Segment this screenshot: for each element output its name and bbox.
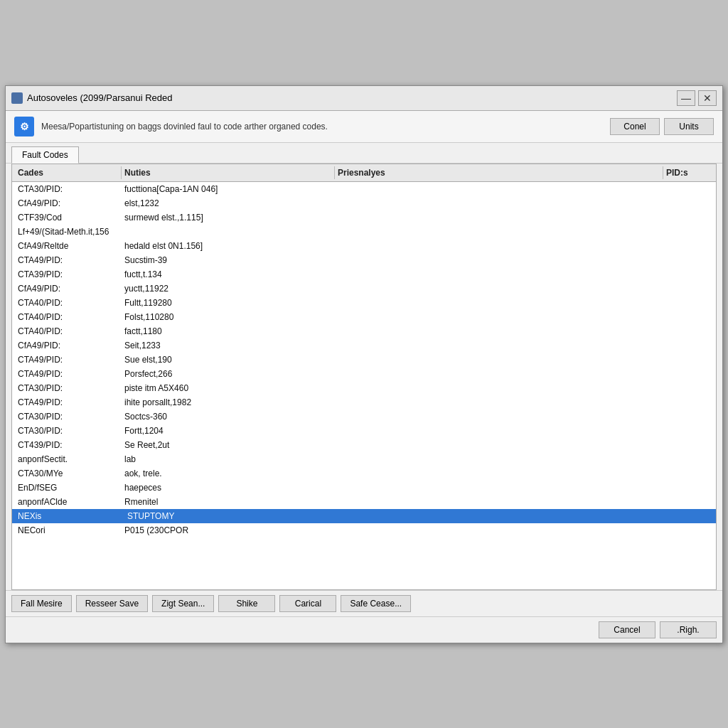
cell-pid xyxy=(663,345,713,346)
table-row[interactable]: CfA49/Reltdehedald elst 0N1.156] xyxy=(12,239,716,253)
cell-analysis xyxy=(335,359,663,360)
cell-desc: lab xyxy=(122,454,335,465)
cell-desc: Folst,110280 xyxy=(122,311,335,323)
cell-code: anponfSectit. xyxy=(15,454,122,465)
cell-analysis xyxy=(335,217,663,218)
header-icon: ⚙ xyxy=(14,117,34,136)
safe-cease-button[interactable]: Safe Cease... xyxy=(341,595,411,612)
shike-button[interactable]: Shike xyxy=(218,595,275,612)
cell-code: CTF39/Cod xyxy=(15,212,122,223)
cell-desc: yuctt,11922 xyxy=(122,283,335,294)
fall-mesire-button[interactable]: Fall Mesire xyxy=(11,595,72,612)
cell-code: CTA40/PID: xyxy=(15,311,122,323)
cell-analysis xyxy=(335,473,663,474)
cell-pid xyxy=(663,515,713,517)
table-row[interactable]: CTA40/PID:factt,1180 xyxy=(12,324,716,338)
table-row[interactable]: CTA49/PID:ihite porsallt,1982 xyxy=(12,395,716,410)
cell-analysis xyxy=(335,459,663,460)
table-row[interactable]: CTA30/PID:piste itm A5X460 xyxy=(12,381,716,395)
cell-desc: hedald elst 0N1.156] xyxy=(122,240,335,252)
zigt-sean-button[interactable]: Zigt Sean... xyxy=(152,595,214,612)
table-row[interactable]: CfA49/PID:yuctt,11922 xyxy=(12,282,716,296)
cell-analysis xyxy=(335,530,663,531)
table-row[interactable]: NEXisSTUPTOMY xyxy=(12,509,716,523)
cell-analysis xyxy=(335,231,663,232)
cancel-button[interactable]: Cancel xyxy=(599,621,655,638)
carical-button[interactable]: Carical xyxy=(279,595,336,612)
cell-code: CTA49/PID: xyxy=(15,397,122,408)
table-row[interactable]: CTA39/PID:fuctt,t.134 xyxy=(12,267,716,282)
cell-analysis xyxy=(335,430,663,432)
cell-pid xyxy=(663,359,713,360)
cell-pid xyxy=(663,473,713,474)
cell-analysis xyxy=(335,331,663,332)
table-row[interactable]: CfA49/PID:elst,1232 xyxy=(12,196,716,210)
cell-desc: Seit,1233 xyxy=(122,340,335,351)
cell-code: Lf+49/(Sitad-Meth.it,156 xyxy=(15,226,122,237)
bottom-toolbar: Fall Mesire Resseer Save Zigt Sean... Sh… xyxy=(6,590,722,616)
cell-pid xyxy=(663,203,713,204)
cell-analysis xyxy=(335,515,663,517)
cell-desc: STUPTOMY xyxy=(122,510,335,522)
cell-desc: Fultt,119280 xyxy=(122,297,335,309)
cell-desc: fuctt,t.134 xyxy=(122,269,335,280)
cell-code: EnD/fSEG xyxy=(15,482,122,493)
table-row[interactable]: CTA30/MYeaok, trele. xyxy=(12,466,716,481)
table-body[interactable]: CTA30/PID:fucttiona[Capa-1AN 046]CfA49/P… xyxy=(12,182,716,589)
cell-desc: Soctcs-360 xyxy=(122,411,335,422)
cell-analysis xyxy=(335,345,663,346)
cell-analysis xyxy=(335,487,663,488)
table-row[interactable]: anponfSectit.lab xyxy=(12,452,716,466)
table-row[interactable]: CTA40/PID:Folst,110280 xyxy=(12,310,716,324)
table-row[interactable]: CT439/PID:Se Reet,2ut xyxy=(12,438,716,452)
cell-pid xyxy=(663,231,713,232)
table-row[interactable]: CfA49/PID:Seit,1233 xyxy=(12,338,716,353)
cell-desc: surmewd elst.,1.115] xyxy=(122,212,335,223)
right-button[interactable]: .Righ. xyxy=(660,621,717,638)
conel-button[interactable]: Conel xyxy=(610,118,660,135)
cell-code: CTA49/PID: xyxy=(15,255,122,266)
table-row[interactable]: CTA49/PID:Porsfect,266 xyxy=(12,367,716,381)
cell-pid xyxy=(663,444,713,446)
title-bar-left: Autosoveles (2099/Parsanui Reded xyxy=(11,92,173,104)
table-row[interactable]: CTF39/Codsurmewd elst.,1.115] xyxy=(12,210,716,225)
cell-pid xyxy=(663,530,713,531)
units-button[interactable]: Units xyxy=(664,118,714,135)
title-controls: — ✕ xyxy=(677,90,717,106)
table-row[interactable]: EnD/fSEGhaepeces xyxy=(12,481,716,495)
table-row[interactable]: CTA49/PID:Sucstim-39 xyxy=(12,253,716,267)
cell-desc xyxy=(122,231,335,232)
cell-pid xyxy=(663,316,713,318)
header-bar: ⚙ Meesa/Popartistuning on baggs dovinled… xyxy=(6,111,722,143)
cell-code: CTA30/PID: xyxy=(15,411,122,422)
col-priesnalyes: Priesnalyes xyxy=(335,166,663,179)
resseer-save-button[interactable]: Resseer Save xyxy=(76,595,148,612)
table-row[interactable]: CTA49/PID:Sue elst,190 xyxy=(12,353,716,367)
app-icon xyxy=(11,92,23,104)
table-row[interactable]: Lf+49/(Sitad-Meth.it,156 xyxy=(12,225,716,239)
table-row[interactable]: anponfACldeRmenitel xyxy=(12,495,716,509)
cell-pid xyxy=(663,387,713,389)
cell-code: NECori xyxy=(15,525,122,536)
fault-codes-tab[interactable]: Fault Codes xyxy=(11,146,79,164)
cell-pid xyxy=(663,274,713,275)
col-pids: PID:s xyxy=(663,166,713,179)
cell-analysis xyxy=(335,302,663,304)
cell-desc: Rmenitel xyxy=(122,496,335,508)
table-row[interactable]: CTA30/PID:fucttiona[Capa-1AN 046] xyxy=(12,182,716,196)
col-cades: Cades xyxy=(15,166,122,179)
cell-pid xyxy=(663,259,713,261)
cell-desc: piste itm A5X460 xyxy=(122,382,335,394)
close-button[interactable]: ✕ xyxy=(698,90,717,106)
table-row[interactable]: CTA40/PID:Fultt,119280 xyxy=(12,296,716,310)
footer-bar: Cancel .Righ. xyxy=(6,616,722,643)
table-row[interactable]: CTA30/PID:Fortt,1204 xyxy=(12,424,716,438)
cell-desc: Se Reet,2ut xyxy=(122,439,335,451)
cell-analysis xyxy=(335,203,663,204)
minimize-button[interactable]: — xyxy=(677,90,695,106)
table-row[interactable]: CTA30/PID:Soctcs-360 xyxy=(12,410,716,424)
header-text: Meesa/Popartistuning on baggs dovinled f… xyxy=(41,122,328,132)
window-title: Autosoveles (2099/Parsanui Reded xyxy=(27,92,173,103)
table-row[interactable]: NECoriP015 (230CPOR xyxy=(12,523,716,537)
table-header: Cades Nuties Priesnalyes PID:s xyxy=(12,164,716,182)
